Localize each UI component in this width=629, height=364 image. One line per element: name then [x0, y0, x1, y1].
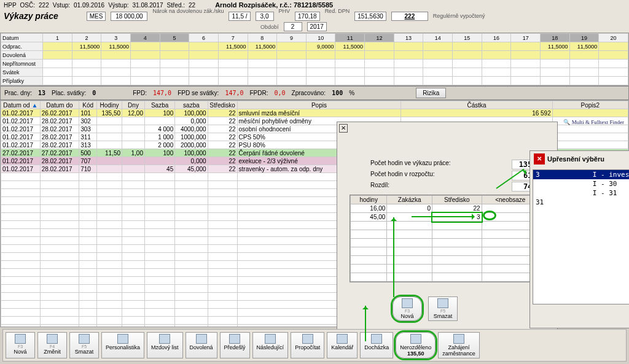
phv-label: PHV — [279, 8, 291, 14]
toolbar-kalendar-button[interactable]: Kalendář — [327, 332, 357, 358]
phv-value: 170,18 — [295, 12, 320, 21]
stred-value: 22 — [189, 2, 195, 9]
personalistika-icon — [117, 334, 128, 344]
popup1-close-button[interactable]: ✕ — [339, 124, 348, 133]
toolbar-nerozdeleno-button[interactable]: Nerozděleno135,50 — [396, 332, 436, 358]
osc-label: OSČ: — [20, 2, 35, 9]
p1-r2-label: Počet hodin v rozpočtu: — [370, 171, 435, 180]
fpdr-value: 0,0 — [275, 90, 286, 96]
day-stats-grid[interactable]: Datum1234567891011121314151617181920Odpr… — [0, 33, 629, 86]
toolbar-nova-button[interactable]: F3Nová — [6, 332, 35, 358]
zmenit-icon — [47, 334, 58, 344]
p1-r3-label: Rozdíl: — [370, 182, 389, 192]
regul-label: Regulérně vypočtený — [433, 13, 485, 19]
toolbar-propocitat-button[interactable]: Propočítat — [291, 332, 324, 358]
narok-right: 3,0 — [256, 12, 274, 21]
placsvatky-value: 0 — [92, 90, 96, 96]
popup2-close-button[interactable]: ✕ — [534, 153, 545, 165]
popup1-smazat-button[interactable]: F5 Smazat — [428, 296, 458, 321]
dochazka-icon — [371, 334, 382, 344]
summary-bar: Prac. dny: 13 Plac. svátky: 0 FPD: 147,0… — [0, 86, 629, 100]
vystup-label: Výstup: — [108, 2, 128, 9]
smazat-icon — [79, 334, 90, 344]
nova-icon — [15, 334, 26, 344]
popup2-list[interactable]: 3 I - investice I - 30 I - 3131 — [533, 169, 629, 304]
toolbar-nasledujici-button[interactable]: Následující — [252, 332, 289, 358]
placsvatky-label: Plac. svátky: — [52, 90, 86, 96]
kalendar-icon — [337, 334, 348, 344]
page-title: Výkazy práce — [4, 11, 58, 21]
fpd-value: 147,0 — [153, 90, 171, 96]
hours-split-popup: ✕ Počet hodin ve výkazu práce:135,50 Poč… — [337, 122, 558, 330]
title-row: Výkazy práce MES 18 000,00 Nárok na dovo… — [0, 10, 629, 22]
bottom-toolbar: F3NováF4ZměnitF5SmazatPersonalistikaMzdo… — [2, 329, 627, 362]
zprac-pct: % — [349, 90, 354, 96]
zprac-label: Zpracováno: — [292, 90, 326, 96]
delete-icon — [437, 298, 448, 308]
arrow-1-head — [391, 215, 397, 221]
arrow-2 — [412, 216, 473, 217]
title-row-2: Období 2 2017 — [0, 22, 629, 33]
toolbar-smazat-button[interactable]: F5Smazat — [69, 332, 99, 358]
red-label: Red. DPN — [325, 8, 350, 14]
rizika-button[interactable]: Rizika — [416, 88, 446, 98]
zahajeni-icon — [453, 334, 464, 344]
vystup-value: 31.08.2017 — [132, 2, 163, 9]
zprac-value: 100 — [332, 90, 343, 96]
popup1-nova-button[interactable]: F3 Nová — [393, 296, 422, 321]
obdobi-year[interactable]: 2017 — [307, 22, 327, 31]
header-info-bar: HPP OSČ: 222 Vstup: 01.09.2016 Výstup: 3… — [0, 0, 629, 10]
toolbar-dovolena-button[interactable]: Dovolená — [186, 332, 217, 358]
narok-left: 11,5 / — [229, 12, 250, 21]
red-value: 151,5630 — [354, 12, 386, 21]
cislo-box[interactable]: 222 — [391, 12, 428, 21]
fpdr-label: FPDR: — [250, 90, 268, 96]
vstup-value: 01.09.2016 — [74, 2, 104, 9]
arrow-1 — [393, 217, 394, 297]
propocitat-icon — [302, 334, 313, 344]
arrow-2-head — [472, 214, 478, 220]
obdobi-label: Období — [260, 24, 279, 30]
popup1-mini-grid[interactable]: hodinyZakázkaStředisko<neobsaze16,000224… — [350, 195, 540, 282]
osc-value: 222 — [39, 2, 49, 9]
employee-name: Arnold Rozpisáček, r.č.: 781218/5585 — [215, 1, 333, 9]
mes-label: MES — [87, 12, 106, 21]
fpd-label: FPD: — [133, 90, 147, 96]
narok-label: Nárok na dovolenou zák./sku — [152, 8, 224, 14]
toolbar-personalistika-button[interactable]: Personalistika — [101, 332, 144, 358]
dovolena-icon — [196, 334, 207, 344]
plus-icon — [402, 298, 413, 308]
fulltext-finder[interactable]: Multi & Fulltext Finder — [563, 119, 624, 125]
arrow-4 — [365, 306, 366, 341]
toolbar-predesly-button[interactable]: Předešlý — [220, 332, 250, 358]
pracdny-value: 13 — [38, 90, 45, 96]
nasledujici-icon — [265, 334, 276, 344]
arrow-4-head — [362, 303, 369, 309]
predesly-icon — [229, 334, 240, 344]
toolbar-mzdovy-list-button[interactable]: Mzdový list — [147, 332, 183, 358]
vstup-label: Vstup: — [53, 2, 70, 9]
fpdsv-label: FPD se svátky: — [178, 90, 219, 96]
toolbar-zmenit-button[interactable]: F4Změnit — [37, 332, 67, 358]
p1-r1-label: Počet hodin ve výkazu práce: — [370, 160, 451, 169]
annotation-circle-stredisko — [483, 211, 496, 220]
contract-type: HPP — [4, 2, 17, 9]
obdobi-month[interactable]: 2 — [284, 22, 302, 31]
nerozdeleno-icon — [410, 334, 421, 344]
mes-value: 18 000,00 — [111, 12, 147, 21]
pracdny-label: Prac. dny: — [4, 90, 32, 96]
filter-popup: ✕ Upřesnění výběru 3 I - investice I - 3… — [529, 150, 629, 328]
fpdsv-value: 147,0 — [225, 90, 243, 96]
stred-label: Střed.: — [167, 2, 185, 9]
toolbar-zahajeni-button[interactable]: Zahájení zaměstnance — [438, 332, 480, 358]
popup2-title: Upřesnění výběru — [547, 155, 604, 163]
mzdovy-list-icon — [159, 334, 170, 344]
